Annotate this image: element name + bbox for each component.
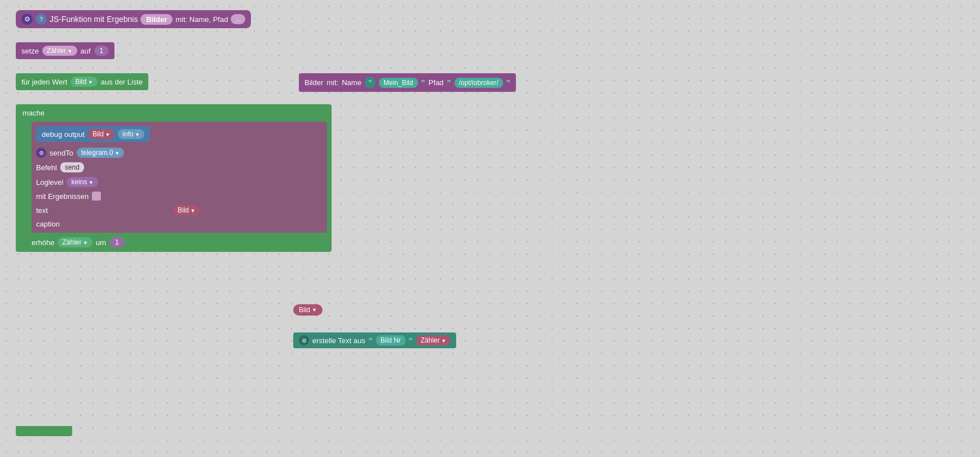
debug-row: debug output Bild info [36,126,150,142]
mit-ergebnissen-checkbox[interactable] [92,192,101,201]
mein-bild-end-quote: " [421,78,425,87]
mein-bild-value: Mein_Bild [379,78,418,88]
sendto-inner-block: debug output Bild info ⚙ sendTo telegram… [32,122,327,233]
caption-row: caption [36,220,323,228]
mit-ergebnissen-label: mit Ergebnissen [36,192,89,201]
auf-label: auf [81,47,91,55]
bilder-pill[interactable]: Bilder [140,14,173,25]
dots-pill[interactable]: ... [231,14,245,24]
sendto-gear-icon[interactable]: ⚙ [36,148,46,158]
mit-ergebnissen-row: mit Ergebnissen [36,192,323,201]
loglevel-row: Loglevel keins [36,177,323,187]
erhoehe-row: erhöhe Zähler um 1 [32,237,327,247]
mit-label: mit: Name, Pfad [175,15,228,24]
path-end-quote: " [506,78,510,87]
gear-icon[interactable]: ⚙ [21,14,33,25]
fuer-label: für jeden Wert [21,78,67,86]
befehl-label: Befehl [36,163,57,172]
erhoehe-label: erhöhe [32,238,54,247]
bild-arrow-float: ▼ [312,307,317,313]
caption-zaehler-pill[interactable]: Zähler [416,335,451,345]
mache-label: mache [23,109,327,117]
text-connector [51,206,57,215]
loglevel-label: Loglevel [36,178,63,187]
mache-container: mache debug output Bild info ⚙ sendTo te… [16,104,332,252]
bild-nr-quote2: " [409,336,413,345]
text-bild-pill[interactable]: Bild [173,205,200,215]
erhoehe-zaehler-pill[interactable]: Zähler [58,237,92,247]
blockly-workspace: ⚙ ? JS-Funktion mit Ergebnis Bilder mit:… [0,0,980,457]
text-row: text Bild [36,205,323,215]
zaehler-pill[interactable]: Zähler [42,46,77,56]
caption-label: caption [36,220,60,228]
for-each-block: für jeden Wert Bild aus der Liste [16,73,148,90]
text-bild-float[interactable]: Bild ▼ [293,304,323,316]
bild-nr-quote1: " [369,336,373,345]
send-pill: send [60,162,84,172]
bild-pill-for[interactable]: Bild [70,77,97,87]
keins-pill[interactable]: keins [67,177,98,187]
setze-block: setze Zähler auf 1 [16,42,114,59]
befehl-row: Befehl send [36,162,323,172]
header-title: JS-Funktion mit Ergebnis [50,15,138,24]
text-label: text [36,206,48,215]
mit-params-label: mit: [326,78,338,87]
path-value: /opt/iobroker/ [454,78,503,88]
telegram-pill[interactable]: telegram.0 [77,148,124,158]
pfad-label: Pfad [429,78,444,87]
aus-label: aus der Liste [101,78,143,86]
header-block: ⚙ ? JS-Funktion mit Ergebnis Bilder mit:… [16,10,251,28]
path-start-quote: " [447,78,451,87]
erhoehe-value: 1 [109,237,125,247]
debug-bild-pill[interactable]: Bild [88,129,114,139]
setze-label: setze [21,47,39,55]
erstelle-text-block: ⚙ erstelle Text aus " Bild Nr " Zähler [293,332,456,348]
green-tail [16,426,72,436]
debug-label: debug output [42,130,85,139]
bild-nr-value: Bild Nr [376,335,405,345]
sendto-label: sendTo [50,149,73,157]
um-label: um [96,238,106,247]
question-icon[interactable]: ? [36,14,47,25]
bilder-params-label: Bilder [304,78,323,87]
bilder-params-block: Bilder mit: Name " Mein_Bild " Pfad " /o… [299,73,516,92]
erstelle-label: erstelle Text aus [312,336,365,345]
mein-bild-string: " [365,77,376,88]
erstelle-gear-icon[interactable]: ⚙ [299,335,309,345]
value-1: 1 [94,46,109,56]
name-label: Name [342,78,361,87]
sendto-row: ⚙ sendTo telegram.0 [36,148,323,158]
debug-info-pill[interactable]: info [118,129,144,139]
bild-label-float: Bild [299,306,310,314]
